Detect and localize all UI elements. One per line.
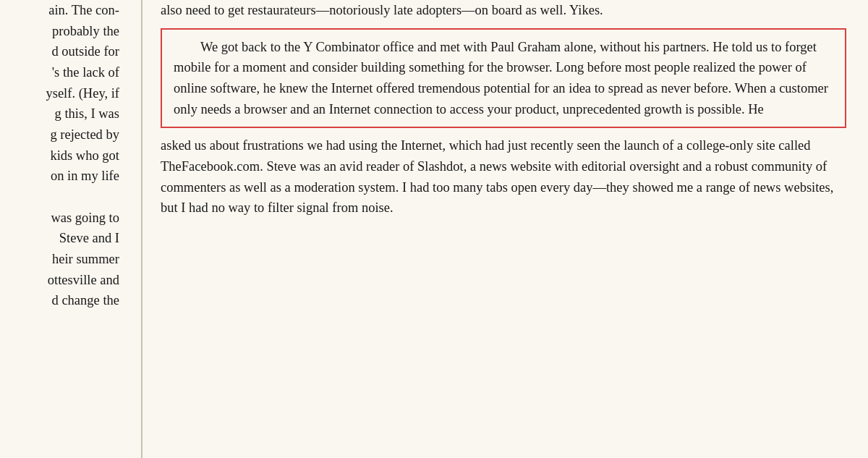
left-column: ain. The con- probably the d outside for… [0, 0, 141, 458]
highlighted-block: We got back to the Y Combinator office a… [161, 28, 846, 129]
highlighted-text: We got back to the Y Combinator office a… [174, 37, 833, 120]
bottom-paragraph-text: asked us about frustrations we had using… [161, 135, 846, 219]
left-line-11: was going to [0, 208, 119, 229]
left-line-3: d outside for [0, 41, 119, 62]
left-line-15: d change the [0, 290, 119, 311]
left-line-8: kids who got [0, 145, 119, 166]
left-line-10 [0, 187, 119, 208]
left-line-1: ain. The con- [0, 0, 119, 21]
page-container: ain. The con- probably the d outside for… [0, 0, 868, 458]
left-line-9: on in my life [0, 166, 119, 187]
left-line-2: probably the [0, 21, 119, 42]
left-line-6: g this, I was [0, 103, 119, 124]
left-line-12: Steve and I [0, 228, 119, 249]
right-column: also need to get restaurateurs—notorious… [142, 0, 868, 458]
right-column-text: also need to get restaurateurs—notorious… [161, 0, 846, 219]
left-line-7: g rejected by [0, 124, 119, 145]
left-line-14: ottesville and [0, 270, 119, 291]
left-column-text: ain. The con- probably the d outside for… [0, 0, 132, 311]
top-paragraph-text: also need to get restaurateurs—notorious… [161, 0, 846, 21]
bottom-paragraph: asked us about frustrations we had using… [161, 135, 846, 219]
left-line-5: yself. (Hey, if [0, 83, 119, 104]
left-line-13: heir summer [0, 249, 119, 270]
top-paragraph: also need to get restaurateurs—notorious… [161, 0, 846, 21]
left-line-4: 's the lack of [0, 62, 119, 83]
